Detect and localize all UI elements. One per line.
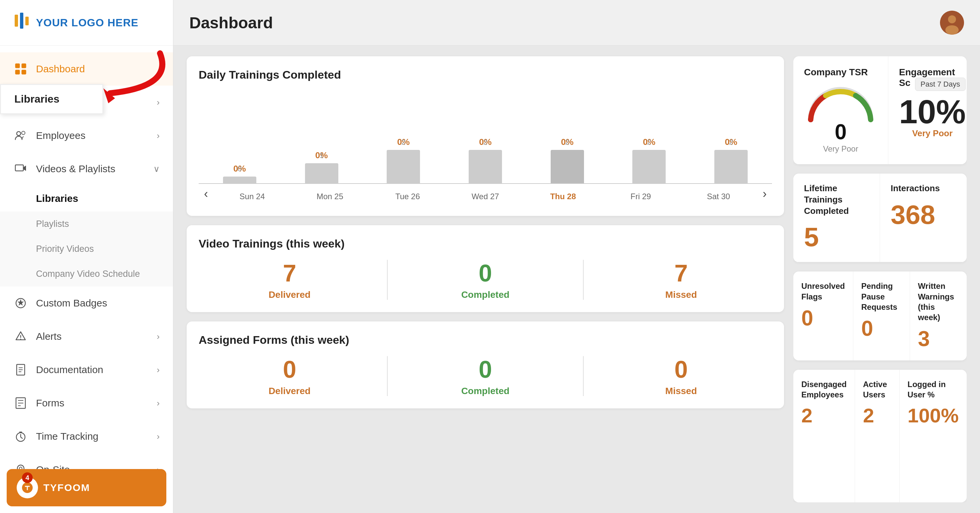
- sidebar-item-time-tracking[interactable]: Time Tracking ›: [0, 420, 173, 453]
- completed-stat: 0 Completed: [395, 259, 576, 300]
- logo-text: YOUR LOGO HERE: [36, 17, 138, 29]
- sidebar-item-playlists[interactable]: Playlists: [0, 211, 173, 237]
- pending-pause-label: Pending Pause Requests: [861, 281, 902, 312]
- chart-area: 0% 0 0% 1: [199, 91, 772, 204]
- sidebar-item-alerts-label: Alerts: [36, 331, 62, 342]
- tyfoom-button[interactable]: 4 TYFOOM: [7, 469, 166, 506]
- onsite-icon: [13, 462, 28, 469]
- active-users-label: Active Users: [863, 379, 891, 400]
- sidebar-item-time-tracking-label: Time Tracking: [36, 431, 98, 442]
- sidebar-item-custom-badges[interactable]: Custom Badges: [0, 286, 173, 320]
- completed-label: Completed: [395, 289, 576, 300]
- bottom-stats-row: Disengaged Employees 2 Active Users 2 Lo…: [793, 370, 967, 502]
- bar-sun24: 0% 0: [199, 164, 281, 183]
- documentation-icon: [13, 362, 28, 377]
- forms-delivered-label: Delivered: [199, 386, 380, 396]
- main-body: Daily Trainings Completed 0% 0 0%: [173, 46, 980, 513]
- forms-delivered-stat: 0 Delivered: [199, 356, 380, 396]
- documentation-chevron-icon: ›: [157, 365, 160, 375]
- employees-icon: [13, 128, 28, 143]
- sidebar-item-documentation-label: Documentation: [36, 364, 103, 375]
- tsr-label: Company TSR: [804, 67, 877, 78]
- completed-value: 0: [395, 259, 576, 287]
- label-thu28: Thu 28: [524, 192, 602, 201]
- sidebar-item-priority-videos[interactable]: Priority Videos: [0, 237, 173, 262]
- videos-submenu: Libraries Playlists Priority Videos Comp…: [0, 186, 173, 286]
- lifetime-trainings-label: Lifetime Trainings Completed: [804, 183, 869, 216]
- written-warnings-label: Written Warnings (this week): [918, 281, 959, 322]
- badges-icon: [13, 296, 28, 310]
- assigned-forms-title: Assigned Forms (this week): [199, 334, 772, 346]
- on-site-chevron-icon: ›: [157, 465, 160, 469]
- svg-rect-6: [22, 70, 26, 74]
- sidebar-item-videos-label: Videos & Playlists: [36, 163, 115, 175]
- forms-icon: [13, 396, 28, 410]
- svg-point-9: [22, 131, 25, 135]
- sidebar-item-forms[interactable]: Forms ›: [0, 386, 173, 420]
- engagement-label: Engagement Sc Past 7 Days: [899, 67, 966, 88]
- sidebar-item-employees[interactable]: Employees ›: [0, 119, 173, 152]
- svg-point-8: [17, 132, 21, 136]
- assigned-forms-card: Assigned Forms (this week) 0 Delivered 0…: [187, 321, 784, 408]
- chart-navigation: ‹ Sun 24 Mon 25 Tue 26 Wed 27 Thu 28 Fri…: [199, 187, 772, 201]
- left-column: Daily Trainings Completed 0% 0 0%: [187, 56, 784, 502]
- unresolved-flags-label: Unresolved Flags: [801, 281, 845, 302]
- bar-fri29: 0% 2: [608, 137, 690, 183]
- forms-completed-stat: 0 Completed: [395, 356, 576, 396]
- disengaged-cell: Disengaged Employees 2: [793, 370, 855, 502]
- svg-point-13: [20, 339, 21, 340]
- forms-missed-value: 0: [590, 356, 772, 383]
- interactions-label: Interactions: [891, 183, 956, 194]
- lifetime-trainings-cell: Lifetime Trainings Completed 5: [793, 173, 880, 262]
- interactions-cell: Interactions 368: [880, 173, 967, 262]
- company-tsr-card: Company TSR: [793, 56, 888, 164]
- missed-stat: 7 Missed: [590, 259, 772, 300]
- sidebar-item-libraries[interactable]: Libraries: [0, 186, 173, 211]
- divider-2: [583, 260, 584, 300]
- missed-label: Missed: [590, 289, 772, 300]
- right-column: Company TSR: [793, 56, 967, 502]
- interactions-value: 368: [891, 200, 956, 230]
- sidebar-item-on-site[interactable]: On-Site ›: [0, 453, 173, 469]
- sidebar-item-alerts[interactable]: Alerts ›: [0, 320, 173, 353]
- sidebar-item-company-video-schedule[interactable]: Company Video Schedule: [0, 262, 173, 286]
- forms-delivered-value: 0: [199, 356, 380, 383]
- sidebar-item-videos[interactable]: Videos & Playlists ∨: [0, 152, 173, 186]
- svg-point-29: [808, 117, 813, 122]
- engagement-value: 10%: [899, 95, 966, 128]
- active-users-value: 2: [863, 404, 891, 427]
- sidebar-item-employees-label: Employees: [36, 130, 85, 141]
- divider-1: [387, 260, 388, 300]
- sidebar-logo[interactable]: YOUR LOGO HERE: [0, 0, 173, 46]
- bar-mon25: 0% 1: [281, 150, 363, 183]
- active-users-cell: Active Users 2: [855, 370, 900, 502]
- forms-missed-stat: 0 Missed: [590, 356, 772, 396]
- main-content: Dashboard Daily Trainings Completed 0%: [173, 0, 980, 513]
- video-trainings-grid: 7 Delivered 0 Completed 7 Missed: [199, 259, 772, 300]
- bar-visual-wed27: 2: [469, 150, 502, 183]
- written-warnings-cell: Written Warnings (this week) 3: [910, 272, 967, 361]
- chart-prev-button[interactable]: ‹: [199, 187, 213, 201]
- sidebar-item-dashboard[interactable]: Dashboard: [0, 52, 173, 86]
- engagement-dropdown[interactable]: Past 7 Days: [915, 78, 966, 91]
- tsr-engagement-row: Company TSR: [793, 56, 967, 164]
- user-avatar[interactable]: [940, 11, 964, 35]
- logged-in-cell: Logged in User % 100%: [900, 370, 967, 502]
- bar-visual-sat30: 2: [714, 150, 748, 183]
- sidebar-item-documentation[interactable]: Documentation ›: [0, 353, 173, 386]
- engagement-card: Engagement Sc Past 7 Days 10% Very Poor: [888, 56, 967, 164]
- employees-chevron-icon: ›: [157, 130, 160, 141]
- sidebar: YOUR LOGO HERE Dashboard Management › Em…: [0, 0, 173, 513]
- tyfoom-label: TYFOOM: [43, 482, 90, 493]
- bar-tue26: 0% 2: [362, 137, 444, 183]
- management-chevron-icon: ›: [157, 97, 160, 108]
- forms-completed-label: Completed: [395, 386, 576, 396]
- pending-pause-cell: Pending Pause Requests 0: [853, 272, 910, 361]
- bar-wed27: 0% 2: [444, 137, 527, 183]
- bar-count-sun24: 0: [238, 165, 242, 173]
- gauge-wrap: 0 Very Poor: [804, 83, 877, 154]
- chart-next-button[interactable]: ›: [757, 187, 772, 201]
- delivered-stat: 7 Delivered: [199, 259, 380, 300]
- label-wed27: Wed 27: [446, 192, 524, 201]
- page-title: Dashboard: [189, 14, 273, 32]
